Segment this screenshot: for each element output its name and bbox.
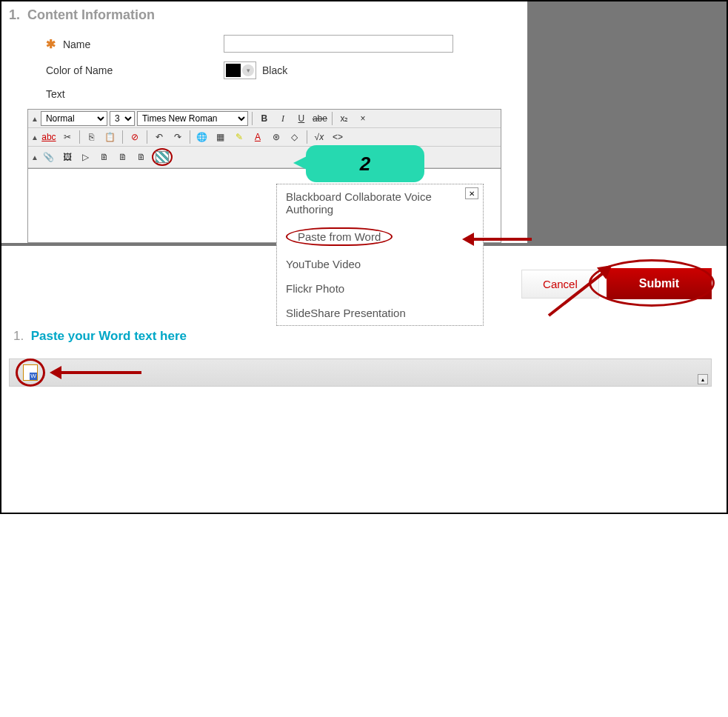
content-info-box: 1. Content Information ✱ Name Color of N… [1, 1, 527, 243]
dd-item-paste-word[interactable]: Paste from Word [277, 221, 483, 252]
section1-title: Content Information [27, 7, 155, 22]
name-row: ✱ Name [46, 35, 520, 53]
text-label: Text [46, 88, 224, 100]
html-button[interactable]: <> [330, 130, 346, 144]
doc2-button[interactable]: 🗎 [115, 150, 131, 164]
submit-button[interactable]: Submit [607, 268, 712, 299]
top-panel: 1. Content Information ✱ Name Color of N… [1, 1, 727, 243]
symbol-button[interactable]: ⊛ [268, 130, 284, 144]
formula-button[interactable]: √x [311, 130, 327, 144]
italic-button[interactable]: I [275, 111, 291, 126]
mashup-button-highlight [152, 148, 173, 166]
color-label: Color of Name [46, 64, 224, 76]
text-row: Text [46, 88, 520, 100]
eraser-button[interactable]: ◇ [287, 130, 303, 144]
strike-button[interactable]: abe [312, 111, 328, 126]
bold-button[interactable]: B [256, 111, 273, 126]
copy-button[interactable]: ⎘ [84, 130, 100, 144]
section1-number: 1. [9, 7, 20, 22]
paste-word-highlight: Paste from Word [286, 227, 393, 246]
button-row: Cancel Submit [9, 268, 712, 299]
toolbar-row-2: ▲ abc ✂ ⎘ 📋 ⊘ ↶ ↷ 🌐 ▦ ✎ A ⊛ [28, 128, 501, 147]
collapse-icon-3[interactable]: ▲ [31, 153, 39, 161]
subscript-button[interactable]: x₂ [336, 111, 353, 126]
step-2-callout: 2 [306, 145, 424, 182]
media-button[interactable]: ▷ [78, 150, 94, 164]
image-button[interactable]: 🖼 [59, 150, 76, 164]
bottom-panel: Cancel Submit 1. Paste your Word text he… [1, 243, 727, 513]
required-asterisk: ✱ [46, 38, 56, 50]
toolbar-row-3: ▲ 📎 🖼 ▷ 🗎 🗎 🗎 [28, 147, 501, 168]
mashup-button[interactable] [154, 150, 170, 164]
collapse-icon[interactable]: ▲ [31, 115, 39, 123]
attach-button[interactable]: 📎 [41, 150, 57, 164]
section2-heading: 1. Paste your Word text here [13, 329, 712, 344]
paste-from-word-icon[interactable] [23, 364, 38, 381]
size-select[interactable]: 3 [110, 111, 135, 126]
arrow-paste-word [472, 238, 532, 241]
dd-item-slideshare[interactable]: SlideShare Presentation [277, 301, 483, 325]
chevron-down-icon: ▾ [242, 64, 254, 76]
textcolor-button[interactable]: A [250, 130, 266, 144]
collapse-icon-2[interactable]: ▲ [31, 133, 39, 141]
underline-button[interactable]: U [293, 111, 310, 126]
section1-heading: 1. Content Information [9, 7, 520, 23]
style-select[interactable]: Normal [41, 111, 107, 126]
table-button[interactable]: ▦ [213, 130, 229, 144]
paste-button[interactable]: 📋 [102, 130, 118, 144]
paste-toolbar: ▴ [9, 358, 712, 387]
name-label: Name [63, 39, 90, 50]
clear-format-button[interactable]: ⊘ [127, 130, 143, 144]
undo-button[interactable]: ↶ [151, 130, 167, 144]
scroll-up-icon[interactable]: ▴ [698, 374, 708, 384]
more-button[interactable]: × [355, 111, 371, 126]
highlight-button[interactable]: ✎ [231, 130, 247, 144]
doc3-button[interactable]: 🗎 [133, 150, 150, 164]
mashup-dropdown: ✕ Blackboard Collaborate Voice Authoring… [276, 184, 484, 326]
paste-icon-highlight [16, 358, 45, 387]
cut-button[interactable]: ✂ [59, 130, 76, 144]
rich-text-editor: ▲ Normal 3 Times New Roman B I U abe x₂ … [27, 109, 501, 243]
dropdown-close-button[interactable]: ✕ [465, 187, 478, 199]
color-picker[interactable]: ▾ [224, 61, 256, 79]
toolbar-row-1: ▲ Normal 3 Times New Roman B I U abe x₂ … [28, 110, 501, 128]
color-value: Black [262, 64, 287, 76]
link-button[interactable]: 🌐 [194, 130, 210, 144]
dd-item-collaborate[interactable]: Blackboard Collaborate Voice Authoring [277, 184, 483, 221]
mashup-icon [156, 151, 169, 163]
arrow-to-submit [549, 314, 623, 317]
section2-title: Paste your Word text here [31, 329, 187, 343]
redo-button[interactable]: ↷ [170, 130, 186, 144]
color-row: Color of Name ▾ Black [46, 61, 520, 79]
name-input[interactable] [224, 35, 453, 53]
black-swatch [226, 64, 241, 77]
editor-content-area[interactable]: 2 ✕ Blackboard Collaborate Voice Authori… [28, 168, 501, 242]
font-select[interactable]: Times New Roman [137, 111, 248, 126]
spellcheck-button[interactable]: abc [41, 130, 57, 144]
arrow-to-paste-icon [60, 371, 141, 374]
paste-text-area[interactable] [9, 387, 712, 505]
doc-button[interactable]: 🗎 [96, 150, 113, 164]
section2-number: 1. [13, 329, 24, 343]
